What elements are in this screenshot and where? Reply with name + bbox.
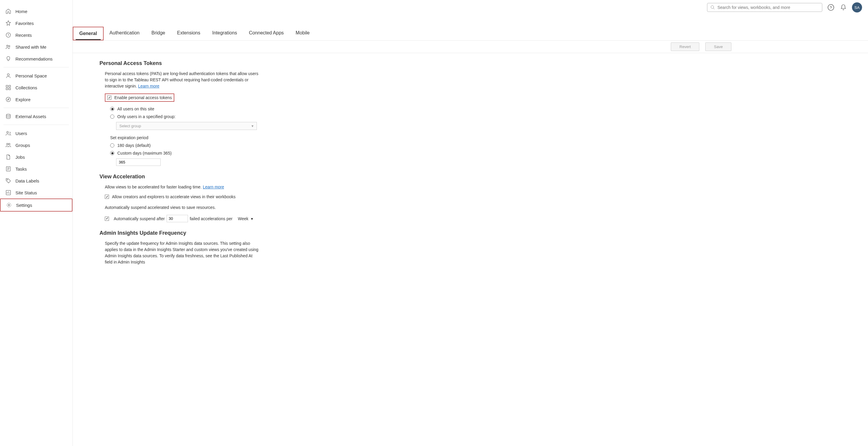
admin-description: Specify the update frequency for Admin I… <box>105 240 260 265</box>
section-pat: Personal Access Tokens Personal access t… <box>99 60 260 166</box>
people-icon <box>5 44 11 50</box>
sidebar-item-users[interactable]: Users <box>0 127 72 139</box>
pat-all-users-radio[interactable] <box>110 107 114 111</box>
sidebar-item-settings[interactable]: Settings <box>0 199 72 212</box>
help-button[interactable] <box>827 4 835 11</box>
enable-pat-checkbox[interactable] <box>107 96 111 100</box>
svg-point-8 <box>6 97 11 102</box>
va-suspend-post: failed accelerations per <box>190 216 232 221</box>
sidebar-item-recents[interactable]: Recents <box>0 29 72 41</box>
topbar: SA <box>73 0 868 15</box>
va-heading: View Acceleration <box>99 174 260 180</box>
admin-heading: Admin Insights Update Frequency <box>99 230 260 236</box>
sidebar-item-label: Favorites <box>16 21 34 26</box>
svg-point-3 <box>7 74 9 76</box>
va-suspend-desc: Automatically suspend accelerated views … <box>105 204 260 211</box>
sidebar-item-label: Collections <box>16 85 37 90</box>
pat-learn-more-link[interactable]: Learn more <box>138 84 159 89</box>
svg-point-11 <box>6 143 8 145</box>
va-learn-more-link[interactable]: Learn more <box>203 184 224 189</box>
sidebar-item-shared[interactable]: Shared with Me <box>0 41 72 53</box>
database-icon <box>5 113 11 119</box>
pat-custom-radio[interactable] <box>110 151 114 155</box>
va-allow-label: Allow creators and explorers to accelera… <box>112 194 236 199</box>
sidebar-item-collections[interactable]: Collections <box>0 81 72 94</box>
sidebar-item-explore[interactable]: Explore <box>0 94 72 105</box>
jobs-icon <box>5 154 11 160</box>
tag-icon <box>5 178 11 184</box>
va-suspend-checkbox[interactable] <box>105 217 109 221</box>
tab-authentication[interactable]: Authentication <box>104 27 146 40</box>
sidebar-item-recommendations[interactable]: Recommendations <box>0 53 72 65</box>
pat-180-label: 180 days (default) <box>117 143 151 148</box>
pat-group-label: Only users in a specified group: <box>117 114 176 119</box>
chart-icon <box>5 190 11 196</box>
pat-180-row[interactable]: 180 days (default) <box>110 143 260 148</box>
search-box[interactable] <box>707 3 822 12</box>
va-period-select[interactable]: Week ▾ <box>236 215 255 222</box>
star-icon <box>5 20 11 26</box>
tab-integrations[interactable]: Integrations <box>206 27 243 40</box>
enable-pat-label: Enable personal access tokens <box>114 95 172 100</box>
avatar[interactable]: SA <box>852 2 862 12</box>
pat-group-radio[interactable] <box>110 114 114 119</box>
svg-point-1 <box>6 45 8 46</box>
divider <box>4 67 69 67</box>
pat-group-row[interactable]: Only users in a specified group: <box>110 114 260 119</box>
tab-connected-apps[interactable]: Connected Apps <box>243 27 289 40</box>
save-button[interactable]: Save <box>705 42 732 51</box>
sidebar-item-label: Recents <box>16 33 32 38</box>
notifications-button[interactable] <box>839 4 847 11</box>
pat-custom-row[interactable]: Custom days (maximum 365) <box>110 151 260 156</box>
pat-all-users-row[interactable]: All users on this site <box>110 106 260 111</box>
sidebar-item-data-labels[interactable]: Data Labels <box>0 175 72 187</box>
va-allow-row[interactable]: Allow creators and explorers to accelera… <box>105 194 260 199</box>
sidebar-item-label: Site Status <box>16 190 37 195</box>
tab-general[interactable]: General <box>73 27 104 40</box>
sidebar-item-personal-space[interactable]: Personal Space <box>0 70 72 81</box>
users-icon <box>5 130 11 136</box>
va-allow-checkbox[interactable] <box>105 195 109 199</box>
sidebar-item-site-status[interactable]: Site Status <box>0 187 72 199</box>
search-input[interactable] <box>717 5 819 10</box>
pat-custom-input[interactable] <box>116 159 161 166</box>
pat-group-select-placeholder: Select group <box>119 124 141 128</box>
sidebar-item-favorites[interactable]: Favorites <box>0 17 72 29</box>
grid-icon <box>5 84 11 91</box>
sidebar-item-groups[interactable]: Groups <box>0 139 72 151</box>
svg-rect-7 <box>9 88 11 90</box>
action-bar: Revert Save <box>73 41 868 53</box>
tasks-icon <box>5 166 11 172</box>
enable-pat-row[interactable]: Enable personal access tokens <box>105 94 174 102</box>
tab-mobile[interactable]: Mobile <box>290 27 316 40</box>
pat-group-select[interactable]: Select group ▾ <box>116 122 257 130</box>
sidebar-item-external-assets[interactable]: External Assets <box>0 110 72 122</box>
va-period-value: Week <box>238 216 249 221</box>
sidebar-item-home[interactable]: Home <box>0 5 72 17</box>
content-area: Personal Access Tokens Personal access t… <box>73 53 868 446</box>
svg-point-18 <box>828 4 834 10</box>
divider <box>4 125 69 125</box>
sidebar-item-label: Groups <box>16 143 30 148</box>
sidebar-item-tasks[interactable]: Tasks <box>0 163 72 175</box>
svg-point-16 <box>8 204 10 206</box>
sidebar: Home Favorites Recents Shared with Me Re… <box>0 0 73 446</box>
pat-180-radio[interactable] <box>110 143 114 147</box>
pat-expiration-label: Set expiration period <box>110 135 260 140</box>
svg-rect-4 <box>6 85 8 87</box>
section-admin-insights: Admin Insights Update Frequency Specify … <box>99 230 260 265</box>
va-suspend-count-input[interactable] <box>166 215 188 222</box>
svg-point-9 <box>6 114 10 116</box>
svg-point-10 <box>7 132 9 133</box>
tab-bridge[interactable]: Bridge <box>146 27 171 40</box>
sidebar-item-jobs[interactable]: Jobs <box>0 151 72 163</box>
groups-icon <box>5 142 11 148</box>
tab-extensions[interactable]: Extensions <box>171 27 206 40</box>
svg-rect-6 <box>6 88 8 90</box>
divider <box>4 108 69 108</box>
home-icon <box>5 8 11 14</box>
va-suspend-row: Automatically suspend after failed accel… <box>105 215 260 222</box>
sidebar-item-label: Settings <box>16 203 32 208</box>
va-suspend-pre: Automatically suspend after <box>114 216 165 221</box>
revert-button[interactable]: Revert <box>671 42 699 51</box>
